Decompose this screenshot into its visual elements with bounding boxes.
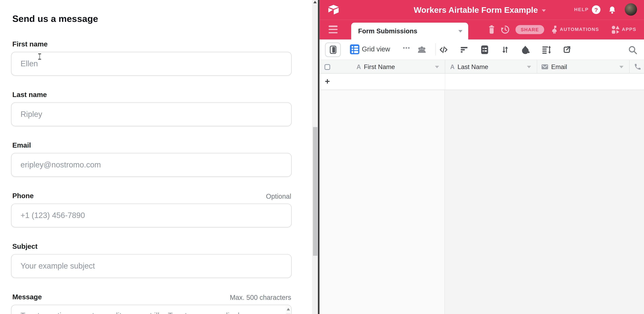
grid-area: A First Name A Last Name Email: [320, 60, 644, 314]
grid-empty-area: [320, 90, 644, 314]
column-caret-icon[interactable]: [527, 66, 531, 68]
field-subject: Subject: [11, 243, 292, 278]
column-header-first-name[interactable]: A First Name: [356, 60, 395, 74]
field-email: Email: [11, 141, 292, 177]
airtable-tabbar: Form Submissions SHARE: [320, 20, 644, 40]
tab-form-submissions[interactable]: Form Submissions: [351, 23, 468, 40]
phone-field-type-icon: [634, 63, 641, 70]
message-scrollbar[interactable]: [286, 305, 291, 314]
base-title-caret-icon[interactable]: [542, 9, 546, 12]
window-divider: [318, 0, 320, 314]
base-title[interactable]: Workers Airtable Form Example: [414, 5, 538, 15]
user-avatar[interactable]: [625, 3, 637, 16]
column-header-email[interactable]: Email: [541, 60, 567, 74]
add-row-button[interactable]: +: [325, 77, 330, 87]
help-icon[interactable]: ?: [592, 5, 600, 14]
collaborators-icon[interactable]: [417, 45, 427, 55]
subject-label: Subject: [12, 243, 38, 251]
form-title: Send us a message: [12, 14, 98, 24]
view-name[interactable]: Grid view: [362, 45, 390, 53]
text-cursor-icon: [38, 54, 42, 60]
subject-input[interactable]: [11, 254, 292, 278]
last-name-label: Last name: [12, 91, 47, 99]
notifications-bell-icon[interactable]: [608, 5, 617, 15]
add-row-strip[interactable]: +: [320, 74, 644, 90]
text-field-type-icon: A: [356, 63, 361, 70]
share-button[interactable]: SHARE: [516, 25, 544, 34]
message-label: Message: [12, 293, 42, 301]
text-field-type-icon: A: [450, 63, 454, 70]
field-first-name: First name: [11, 40, 292, 76]
field-message: Message Max. 500 characters Tenetur opti…: [11, 293, 292, 314]
column-caret-icon[interactable]: [620, 66, 624, 68]
column-header-phone[interactable]: Phone: [634, 60, 644, 74]
message-textarea[interactable]: Tenetur optio quaerat expedita vero et i…: [11, 305, 292, 314]
select-all-checkbox[interactable]: [324, 64, 330, 70]
airtable-pane: Workers Airtable Form Example HELP ? For…: [320, 0, 644, 314]
search-icon[interactable]: [628, 45, 638, 55]
email-label: Email: [12, 141, 31, 150]
column-header-row: A First Name A Last Name Email: [320, 60, 644, 74]
screenshot-stage: Send us a message First name Last name E…: [0, 0, 644, 314]
help-button[interactable]: HELP: [574, 7, 589, 12]
contact-form-pane: Send us a message First name Last name E…: [0, 0, 312, 314]
field-last-name: Last name: [11, 91, 292, 126]
share-view-icon[interactable]: [562, 45, 572, 55]
group-icon[interactable]: [480, 45, 490, 55]
sort-icon[interactable]: [500, 45, 510, 55]
apps-icon[interactable]: [612, 26, 620, 34]
toolbar-divider: [435, 43, 436, 56]
scroll-up-arrow-icon[interactable]: [287, 308, 290, 310]
views-sidebar-toggle-button[interactable]: [325, 42, 341, 57]
column-header-last-name[interactable]: A Last Name: [450, 60, 488, 74]
phone-label: Phone: [12, 192, 34, 200]
last-name-input[interactable]: [11, 102, 292, 126]
phone-input[interactable]: [11, 203, 292, 227]
message-placeholder: Tenetur optio quaerat expedita vero et i…: [20, 311, 281, 314]
email-field-type-icon: [541, 64, 548, 69]
first-name-label: First name: [12, 40, 48, 49]
column-caret-icon[interactable]: [435, 66, 439, 68]
color-icon[interactable]: [521, 45, 531, 55]
view-toolbar: Grid view •••: [320, 40, 644, 60]
hide-fields-icon[interactable]: [439, 45, 448, 55]
tab-caret-icon[interactable]: [458, 30, 462, 32]
grid-view-icon: [350, 45, 359, 54]
message-maxlength-hint: Max. 500 characters: [230, 294, 291, 301]
first-name-input[interactable]: [11, 52, 292, 76]
field-phone: Phone Optional: [11, 192, 292, 227]
apps-button[interactable]: APPS: [622, 27, 636, 32]
page-scrollbar-thumb[interactable]: [313, 127, 317, 256]
phone-optional-hint: Optional: [266, 192, 291, 200]
menu-hamburger-icon[interactable]: [329, 26, 338, 34]
trash-icon[interactable]: [488, 25, 495, 34]
filter-icon[interactable]: [459, 45, 469, 55]
view-more-options-button[interactable]: •••: [403, 45, 410, 51]
sidebar-icon: [330, 46, 336, 54]
page-scrollbar[interactable]: [312, 0, 318, 314]
email-input[interactable]: [11, 153, 292, 177]
row-height-icon[interactable]: [541, 45, 551, 55]
automations-icon[interactable]: [551, 26, 559, 34]
scroll-up-arrow-icon[interactable]: [313, 1, 316, 3]
history-icon[interactable]: [501, 25, 510, 34]
automations-button[interactable]: AUTOMATIONS: [560, 27, 599, 32]
airtable-topbar: Workers Airtable Form Example HELP ?: [320, 0, 644, 20]
